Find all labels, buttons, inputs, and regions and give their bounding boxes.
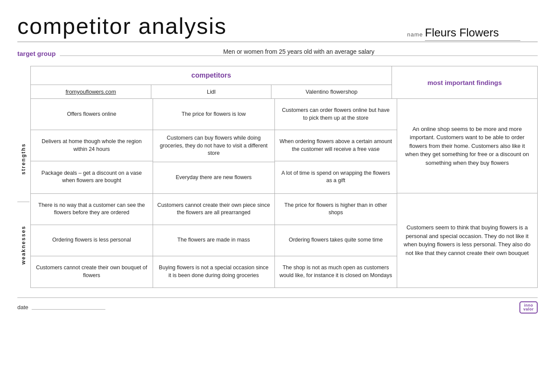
competitors-header: competitors bbox=[186, 66, 236, 84]
strengths-mif: An online shop seems to be more and more… bbox=[397, 99, 537, 193]
s-c1-0: Offers flowers online bbox=[31, 99, 153, 130]
s-c3-1: When ordering flowers above a certain am… bbox=[275, 130, 397, 161]
s-c2-2: Everyday there are new flowers bbox=[153, 162, 275, 193]
weaknesses-label: weaknesses bbox=[20, 225, 26, 265]
s-c2-1: Customers can buy flowers while doing gr… bbox=[153, 130, 275, 162]
competitor-1-name: fromyouflowers.com bbox=[31, 85, 151, 98]
target-group-label: target group bbox=[17, 50, 56, 57]
date-label: date bbox=[17, 304, 28, 310]
target-group-value: Men or women from 25 years old with an a… bbox=[223, 48, 375, 55]
w-c2-1: The flowers are made in mass bbox=[153, 225, 275, 256]
w-c1-2: Customers cannot create their own bouque… bbox=[31, 256, 153, 287]
strengths-label: strengths bbox=[20, 143, 26, 175]
s-c3-2: A lot of time is spend on wrapping the f… bbox=[275, 161, 397, 193]
logo-bottom: valor bbox=[523, 307, 534, 311]
name-value: Fleurs Flowers bbox=[425, 26, 520, 41]
w-c3-0: The price for flowers is higher than in … bbox=[275, 194, 397, 225]
w-c1-0: There is no way that a customer can see … bbox=[31, 194, 153, 225]
competitor-3-name: Valentino flowershop bbox=[271, 85, 392, 98]
logo: inno valor bbox=[519, 301, 538, 314]
competitor-2-name: Lidl bbox=[151, 85, 272, 98]
w-c2-0: Customers cannot create their own piece … bbox=[153, 194, 275, 225]
w-c1-1: Ordering flowers is less personal bbox=[31, 225, 153, 256]
w-c2-2: Buying flowers is not a special occasion… bbox=[153, 256, 275, 287]
w-c3-2: The shop is not as much open as customer… bbox=[275, 256, 397, 287]
date-line bbox=[32, 309, 105, 310]
s-c1-2: Package deals – get a discount on a vase… bbox=[31, 161, 153, 193]
s-c2-0: The price for flowers is low bbox=[153, 99, 275, 130]
weaknesses-mif: Customers seem to think that buying flow… bbox=[397, 193, 537, 287]
name-label: name bbox=[407, 31, 423, 38]
s-c3-0: Customers can order flowers online but h… bbox=[275, 99, 397, 130]
mif-header: most important findings bbox=[422, 74, 507, 91]
w-c3-1: Ordering flowers takes quite some time bbox=[275, 225, 397, 256]
s-c1-1: Delivers at home though whole the region… bbox=[31, 130, 153, 161]
